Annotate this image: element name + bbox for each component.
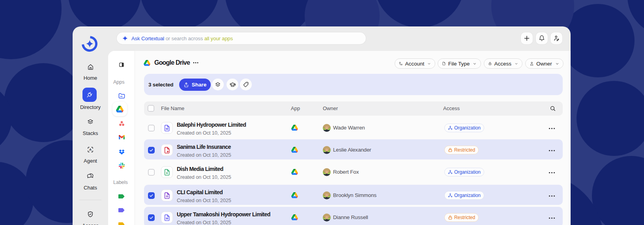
- svg-text:o: o: [166, 194, 168, 198]
- svg-text:A: A: [89, 148, 92, 152]
- svg-text:w: w: [165, 127, 168, 131]
- svg-text:w: w: [165, 216, 168, 220]
- svg-text:x: x: [166, 171, 168, 175]
